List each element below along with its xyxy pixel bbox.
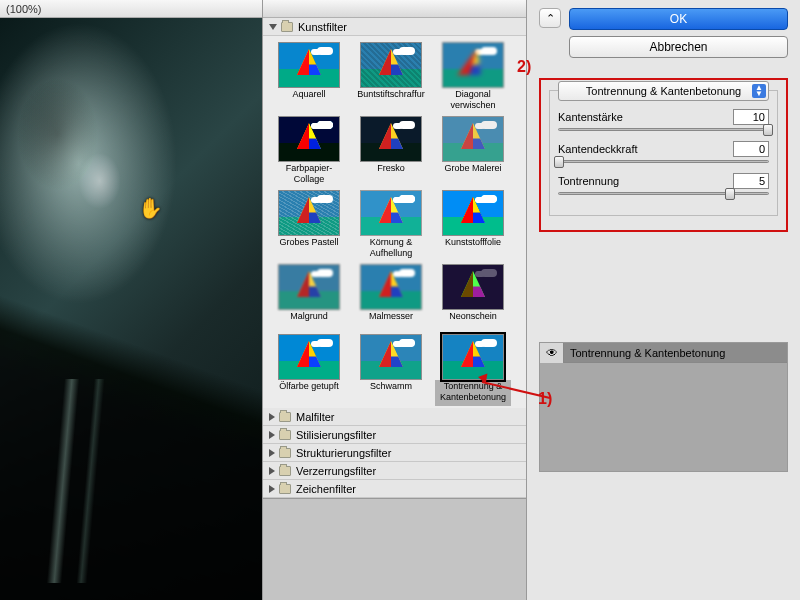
- thumb-image: [442, 42, 504, 88]
- filter-thumb-f-schw[interactable]: Schwamm: [353, 334, 429, 406]
- filter-thumb-f-kunst[interactable]: Kunststofffolie: [435, 190, 511, 262]
- thumb-label: Malmesser: [353, 310, 429, 332]
- thumb-image: [278, 334, 340, 380]
- filter-thumb-f-farb[interactable]: Farbpapier-Collage: [271, 116, 347, 188]
- disclosure-right-icon: [269, 413, 275, 421]
- disclosure-down-icon: [269, 24, 277, 30]
- filter-select-dropdown[interactable]: Tontrennung & Kantenbetonung ▲▼: [558, 81, 769, 101]
- disclosure-right-icon: [269, 467, 275, 475]
- thumb-label: Malgrund: [271, 310, 347, 332]
- thumb-image: [278, 264, 340, 310]
- dropdown-chevrons-icon: ▲▼: [755, 85, 763, 97]
- ok-button[interactable]: OK: [569, 8, 788, 30]
- folder-icon: [281, 22, 293, 32]
- slider-kantenstaerke[interactable]: [558, 128, 769, 131]
- disclosure-right-icon: [269, 485, 275, 493]
- filter-thumb-f-malg[interactable]: Malgrund: [271, 264, 347, 332]
- param-label: Kantenstärke: [558, 111, 623, 123]
- thumb-label: Grobes Pastell: [271, 236, 347, 258]
- param-input-tontrennung[interactable]: [733, 173, 769, 189]
- thumb-label: Tontrennung & Kantenbetonung: [435, 380, 511, 406]
- thumb-image: [278, 190, 340, 236]
- effect-layers-panel: 👁 Tontrennung & Kantenbetonung: [539, 342, 788, 472]
- slider-tontrennung[interactable]: [558, 192, 769, 195]
- filter-settings-panel: ⌃ OK Abbrechen 2) Tontrennung & Kantenbe…: [527, 0, 800, 600]
- folder-icon: [279, 412, 291, 422]
- param-input-kantendeckkraft[interactable]: [733, 141, 769, 157]
- filter-thumb-f-tont[interactable]: Tontrennung & Kantenbetonung: [435, 334, 511, 406]
- thumb-label: Kunststofffolie: [435, 236, 511, 258]
- thumb-label: Neonschein: [435, 310, 511, 332]
- category-malfilter[interactable]: Malfilter: [263, 408, 526, 426]
- filter-gallery-panel: Kunstfilter AquarellBuntstiftschraffurDi…: [262, 0, 527, 600]
- filter-select-label: Tontrennung & Kantenbetonung: [586, 85, 741, 97]
- category-verzerrungsfilter[interactable]: Verzerrungsfilter: [263, 462, 526, 480]
- thumb-image: [442, 334, 504, 380]
- filter-thumb-f-neon[interactable]: Neonschein: [435, 264, 511, 332]
- param-label: Tontrennung: [558, 175, 619, 187]
- thumb-image: [442, 190, 504, 236]
- cancel-button[interactable]: Abbrechen: [569, 36, 788, 58]
- hand-cursor-icon: ✋: [138, 196, 163, 220]
- thumb-label: Schwamm: [353, 380, 429, 402]
- thumb-image: [442, 116, 504, 162]
- thumb-image: [360, 334, 422, 380]
- category-label: Kunstfilter: [298, 21, 347, 33]
- filter-thumb-f-bunt[interactable]: Buntstiftschraffur: [353, 42, 429, 114]
- filter-thumb-f-pastell[interactable]: Grobes Pastell: [271, 190, 347, 262]
- filter-thumb-f-grob[interactable]: Grobe Malerei: [435, 116, 511, 188]
- thumb-image: [278, 42, 340, 88]
- param-kantendeckkraft: Kantendeckkraft: [558, 141, 769, 163]
- filter-thumbnail-grid: AquarellBuntstiftschraffurDiagonal verwi…: [263, 36, 526, 408]
- filter-options-fieldset: Tontrennung & Kantenbetonung ▲▼ Kantenst…: [549, 90, 778, 216]
- thumb-image: [278, 116, 340, 162]
- folder-icon: [279, 430, 291, 440]
- filter-thumb-f-korn[interactable]: Körnung & Aufhellung: [353, 190, 429, 262]
- param-input-kantenstaerke[interactable]: [733, 109, 769, 125]
- thumb-image: [360, 190, 422, 236]
- category-strukturierungsfilter[interactable]: Strukturierungsfilter: [263, 444, 526, 462]
- param-label: Kantendeckkraft: [558, 143, 638, 155]
- filter-thumb-f-malm[interactable]: Malmesser: [353, 264, 429, 332]
- filter-preview-canvas[interactable]: ✋: [0, 18, 262, 600]
- folder-icon: [279, 484, 291, 494]
- category-kunstfilter[interactable]: Kunstfilter: [263, 18, 526, 36]
- folder-icon: [279, 466, 291, 476]
- effect-layers-empty: [540, 363, 787, 471]
- category-label: Malfilter: [296, 411, 335, 423]
- disclosure-right-icon: [269, 431, 275, 439]
- param-tontrennung: Tontrennung: [558, 173, 769, 195]
- effect-layer-name: Tontrennung & Kantenbetonung: [564, 343, 787, 362]
- thumb-label: Fresko: [353, 162, 429, 184]
- filter-thumb-f-fresko[interactable]: Fresko: [353, 116, 429, 188]
- filter-thumb-f-diag[interactable]: Diagonal verwischen: [435, 42, 511, 114]
- thumb-label: Diagonal verwischen: [435, 88, 511, 114]
- folder-icon: [279, 448, 291, 458]
- category-stilisierungsfilter[interactable]: Stilisierungsfilter: [263, 426, 526, 444]
- category-label: Strukturierungsfilter: [296, 447, 391, 459]
- slider-thumb[interactable]: [763, 124, 773, 136]
- disclosure-right-icon: [269, 449, 275, 457]
- thumb-label: Buntstiftschraffur: [353, 88, 429, 110]
- category-label: Stilisierungsfilter: [296, 429, 376, 441]
- category-label: Verzerrungsfilter: [296, 465, 376, 477]
- filter-thumb-f-oel[interactable]: Ölfarbe getupft: [271, 334, 347, 406]
- gallery-header: [263, 0, 526, 18]
- slider-thumb[interactable]: [725, 188, 735, 200]
- filter-thumb-f-aquarell[interactable]: Aquarell: [271, 42, 347, 114]
- thumb-label: Grobe Malerei: [435, 162, 511, 184]
- category-label: Zeichenfilter: [296, 483, 356, 495]
- annotation-1: 1): [538, 390, 552, 408]
- effect-layer-row[interactable]: 👁 Tontrennung & Kantenbetonung: [540, 343, 787, 363]
- thumb-label: Aquarell: [271, 88, 347, 110]
- visibility-eye-icon[interactable]: 👁: [540, 343, 564, 363]
- collapse-button[interactable]: ⌃: [539, 8, 561, 28]
- thumb-image: [360, 264, 422, 310]
- thumb-label: Ölfarbe getupft: [271, 380, 347, 402]
- annotation-2: 2): [517, 58, 531, 76]
- category-zeichenfilter[interactable]: Zeichenfilter: [263, 480, 526, 498]
- slider-thumb[interactable]: [554, 156, 564, 168]
- slider-kantendeckkraft[interactable]: [558, 160, 769, 163]
- thumb-image: [360, 42, 422, 88]
- window-titlebar: (100%): [0, 0, 262, 18]
